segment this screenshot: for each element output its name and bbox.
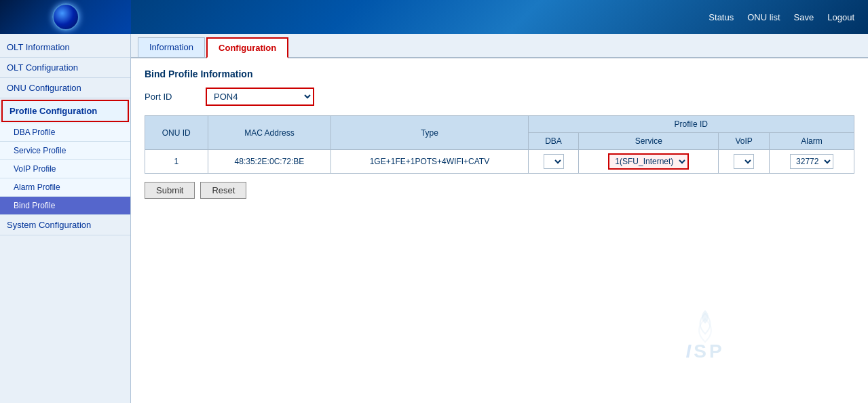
sidebar-item-profile-configuration[interactable]: Profile Configuration	[1, 100, 129, 122]
reset-button[interactable]: Reset	[200, 182, 246, 199]
table-row: 148:35:2E:0C:72:BE1GE+1FE+1POTS+4WIFI+CA…	[145, 150, 854, 174]
nav-onu-list[interactable]: ONU list	[747, 12, 780, 22]
sidebar-sub-dba-profile[interactable]: DBA Profile	[0, 123, 130, 142]
logo	[0, 0, 131, 34]
globe-icon	[52, 3, 79, 31]
layout: OLT Information OLT Configuration ONU Co…	[0, 34, 868, 403]
sidebar-sub-service-profile[interactable]: Service Profile	[0, 142, 130, 160]
th-voip: VoIP	[719, 133, 770, 150]
sidebar: OLT Information OLT Configuration ONU Co…	[0, 34, 131, 403]
th-alarm: Alarm	[770, 133, 854, 150]
nav-save[interactable]: Save	[794, 12, 814, 22]
sidebar-sub-voip-profile[interactable]: VoIP Profile	[0, 160, 130, 178]
nav-status[interactable]: Status	[709, 12, 734, 22]
section-title: Bind Profile Information	[145, 69, 854, 79]
voip-select[interactable]	[734, 154, 754, 169]
tab-bar: Information Configuration	[131, 34, 868, 58]
port-id-row: Port ID PON1PON2PON3PON4PON5PON6PON7PON8	[145, 88, 854, 106]
cell-type: 1GE+1FE+1POTS+4WIFI+CATV	[331, 150, 528, 174]
sidebar-sub-alarm-profile[interactable]: Alarm Profile	[0, 178, 130, 197]
cell-mac: 48:35:2E:0C:72:BE	[208, 150, 331, 174]
th-service: Service	[579, 133, 719, 150]
th-profile-id: Profile ID	[528, 116, 854, 133]
content-area: Bind Profile Information Port ID PON1PON…	[131, 58, 868, 209]
profile-table: ONU ID MAC Address Type Profile ID DBA S…	[145, 115, 854, 174]
port-id-select[interactable]: PON1PON2PON3PON4PON5PON6PON7PON8	[206, 88, 314, 106]
nav-logout[interactable]: Logout	[827, 12, 854, 22]
watermark: ISP	[678, 307, 732, 362]
th-dba: DBA	[528, 133, 579, 150]
sidebar-item-olt-configuration[interactable]: OLT Configuration	[0, 58, 130, 78]
cell-onu-id: 1	[145, 150, 208, 174]
dba-select[interactable]	[544, 154, 564, 169]
cell-alarm[interactable]: 327723277132770	[770, 150, 854, 174]
main-panel: Information Configuration Bind Profile I…	[131, 34, 868, 403]
th-onu-id: ONU ID	[145, 116, 208, 150]
action-buttons: Submit Reset	[145, 182, 854, 199]
tab-configuration[interactable]: Configuration	[206, 37, 288, 58]
th-type: Type	[331, 116, 528, 150]
header-nav: Status ONU list Save Logout	[709, 12, 854, 22]
cell-service[interactable]: 1(SFU_Internet)2(SFU_VoIP)3(SFU_CATV)	[579, 150, 719, 174]
port-id-label: Port ID	[145, 92, 199, 102]
sidebar-item-onu-configuration[interactable]: ONU Configuration	[0, 78, 130, 98]
service-select[interactable]: 1(SFU_Internet)2(SFU_VoIP)3(SFU_CATV)	[608, 153, 689, 170]
cell-voip[interactable]	[719, 150, 770, 174]
cell-dba[interactable]	[528, 150, 579, 174]
submit-button[interactable]: Submit	[145, 182, 195, 199]
sidebar-item-olt-information[interactable]: OLT Information	[0, 37, 130, 58]
alarm-select[interactable]: 327723277132770	[790, 154, 833, 169]
sidebar-item-system-configuration[interactable]: System Configuration	[0, 215, 130, 235]
th-mac: MAC Address	[208, 116, 331, 150]
header: Status ONU list Save Logout	[0, 0, 868, 34]
sidebar-sub-bind-profile[interactable]: Bind Profile	[0, 197, 130, 215]
tab-information[interactable]: Information	[138, 37, 205, 57]
